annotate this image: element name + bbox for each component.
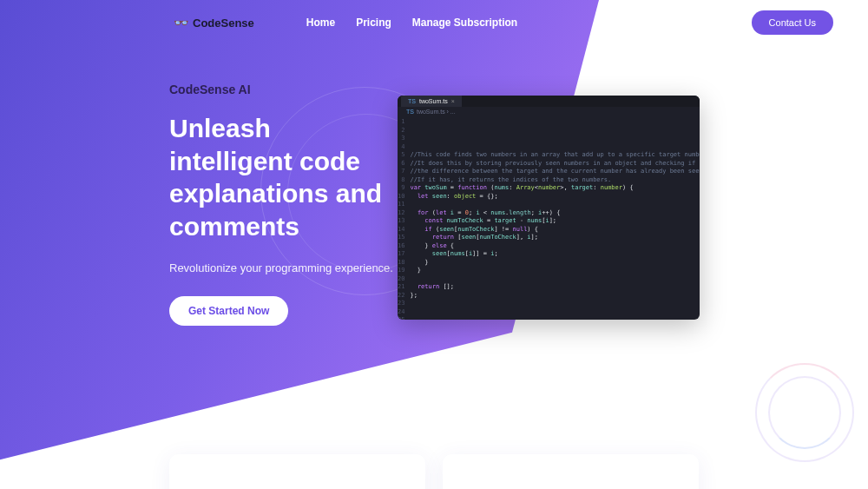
contact-us-button[interactable]: Contact Us (752, 10, 833, 35)
file-ts-icon: TS (408, 98, 416, 104)
brand-logo[interactable]: 👓 CodeSense (174, 16, 254, 30)
editor-body: 1234567891011121314151617181920212223242… (398, 116, 700, 320)
line-number-gutter: 1234567891011121314151617181920212223242… (398, 118, 410, 320)
editor-tab-filename: twoSum.ts (419, 98, 448, 104)
nav-links: Home Pricing Manage Subscription (306, 17, 517, 29)
feature-card (443, 454, 699, 489)
decorative-swirl (755, 363, 851, 459)
hero-subhead: Revolutionize your programming experienc… (169, 260, 395, 277)
nav-pricing[interactable]: Pricing (356, 17, 391, 29)
hero-text-column: CodeSense AI Unleash intelligent code ex… (169, 83, 395, 326)
nav-home[interactable]: Home (306, 17, 335, 29)
feature-card (169, 454, 425, 489)
editor-breadcrumb: TS twoSum.ts › ... (398, 107, 700, 116)
code-lines: //This code finds two numbers in an arra… (410, 118, 700, 320)
editor-tab[interactable]: TS twoSum.ts × (401, 96, 462, 107)
close-icon[interactable]: × (451, 98, 455, 104)
brand-name: CodeSense (193, 17, 254, 30)
breadcrumb-text: twoSum.ts › ... (417, 109, 456, 115)
file-ts-icon: TS (406, 109, 414, 115)
get-started-button[interactable]: Get Started Now (169, 296, 288, 326)
editor-tabbar: TS twoSum.ts × (398, 96, 700, 107)
feature-cards-row (169, 454, 699, 489)
top-nav: 👓 CodeSense Home Pricing Manage Subscrip… (0, 0, 868, 35)
code-editor-preview: TS twoSum.ts × TS twoSum.ts › ... 123456… (398, 96, 700, 320)
nav-manage-subscription[interactable]: Manage Subscription (412, 17, 517, 29)
logo-icon: 👓 (174, 16, 187, 30)
hero-headline: Unleash intelligent code explanations an… (169, 112, 395, 242)
hero-eyebrow: CodeSense AI (169, 83, 395, 96)
